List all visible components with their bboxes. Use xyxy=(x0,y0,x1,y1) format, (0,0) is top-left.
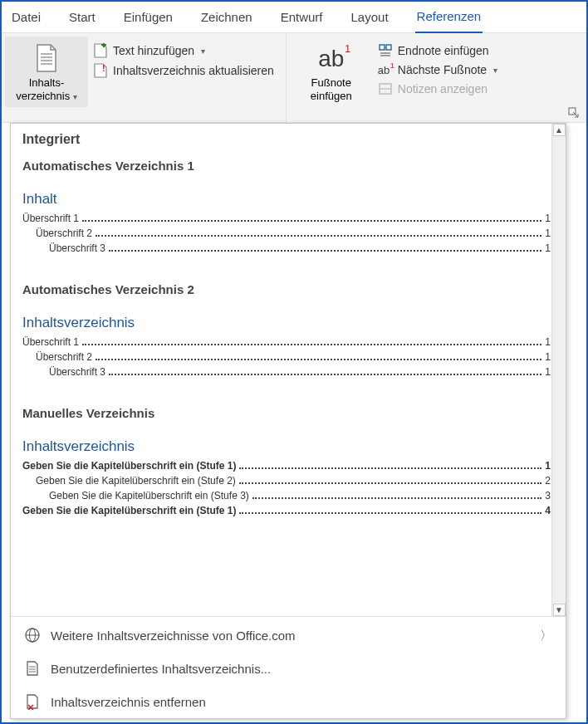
chevron-down-icon: ▾ xyxy=(493,66,497,75)
notizen-anzeigen-button[interactable]: Notizen anzeigen xyxy=(378,81,497,96)
notes-icon xyxy=(378,81,393,96)
document-icon xyxy=(24,660,41,677)
gallery-toc-heading: Inhaltsverzeichnis xyxy=(22,438,551,455)
remove-toc-button[interactable]: Inhaltsverzeichnis entfernen xyxy=(11,685,566,718)
svg-text:!: ! xyxy=(102,63,105,73)
naechste-fussnote-button[interactable]: ab1 Nächste Fußnote ▾ xyxy=(378,63,497,76)
inhaltsverzeichnis-button[interactable]: Inhalts- verzeichnis ▾ xyxy=(5,37,88,107)
inhaltsverzeichnis-label-2: verzeichnis xyxy=(16,90,70,102)
gallery-item-title: Automatisches Verzeichnis 2 xyxy=(22,282,551,296)
gallery-section-header: Integriert xyxy=(22,132,551,147)
tab-einfuegen[interactable]: Einfügen xyxy=(122,7,174,32)
fussnote-einfuegen-button[interactable]: ab1 Fußnote einfügen xyxy=(290,37,373,107)
tab-bar: Datei Start Einfügen Zeichnen Entwurf La… xyxy=(2,2,586,33)
toc-commands: Text hinzufügen ▾ ! Inhaltsverzeichnis a… xyxy=(88,37,279,78)
add-text-icon xyxy=(93,43,108,58)
scroll-down-button[interactable]: ▼ xyxy=(553,604,566,616)
gallery-scroll-area: Integriert Automatisches Verzeichnis 1 I… xyxy=(11,124,566,616)
tab-datei[interactable]: Datei xyxy=(10,7,42,32)
custom-toc-button[interactable]: Benutzerdefiniertes Inhaltsverzeichnis..… xyxy=(11,652,566,685)
document-remove-icon xyxy=(24,693,41,710)
footnote-commands: Endnote einfügen ab1 Nächste Fußnote ▾ N… xyxy=(373,37,502,96)
chevron-down-icon: ▾ xyxy=(73,92,77,101)
refresh-document-icon: ! xyxy=(93,63,108,78)
gallery-item-title: Manuelles Verzeichnis xyxy=(22,406,551,420)
tab-entwurf[interactable]: Entwurf xyxy=(279,7,325,32)
tab-referenzen[interactable]: Referenzen xyxy=(415,6,483,34)
next-footnote-icon: ab1 xyxy=(378,64,393,76)
ribbon: Inhalts- verzeichnis ▾ Text hinzufügen ▾ xyxy=(2,33,586,123)
ribbon-group-toc: Inhalts- verzeichnis ▾ Text hinzufügen ▾ xyxy=(2,33,287,122)
inhaltsverzeichnis-aktualisieren-button[interactable]: ! Inhaltsverzeichnis aktualisieren xyxy=(93,63,274,78)
svg-rect-8 xyxy=(386,45,391,50)
fussnote-label-1: Fußnote xyxy=(293,76,370,90)
more-from-office-button[interactable]: Weitere Inhaltsverzeichnisse von Office.… xyxy=(11,619,566,652)
endnote-icon xyxy=(378,43,393,58)
toc-gallery-dropdown: Integriert Automatisches Verzeichnis 1 I… xyxy=(10,123,566,719)
ribbon-group-footnotes: ab1 Fußnote einfügen Endnote einfügen ab… xyxy=(287,33,509,122)
dialog-launcher-icon[interactable] xyxy=(568,107,580,119)
scroll-up-button[interactable]: ▲ xyxy=(553,124,566,136)
gallery-item-auto-1[interactable]: Automatisches Verzeichnis 1 Inhalt Übers… xyxy=(22,159,551,254)
gallery-scrollbar[interactable]: ▲ ▼ xyxy=(551,124,566,616)
document-icon xyxy=(34,44,59,72)
gallery-toc-heading: Inhaltsverzeichnis xyxy=(22,315,551,331)
globe-icon xyxy=(24,627,41,643)
text-hinzufuegen-button[interactable]: Text hinzufügen ▾ xyxy=(93,43,274,58)
tab-start[interactable]: Start xyxy=(67,7,97,32)
tab-layout[interactable]: Layout xyxy=(350,7,390,32)
svg-rect-7 xyxy=(380,45,385,50)
gallery-footer: Weitere Inhaltsverzeichnisse von Office.… xyxy=(11,616,566,718)
gallery-item-auto-2[interactable]: Automatisches Verzeichnis 2 Inhaltsverze… xyxy=(22,282,551,378)
gallery-toc-heading: Inhalt xyxy=(22,191,551,208)
chevron-right-icon: 〉 xyxy=(540,628,552,643)
tab-zeichnen[interactable]: Zeichnen xyxy=(199,7,254,32)
inhaltsverzeichnis-label-1: Inhalts- xyxy=(8,76,85,90)
fussnote-label-2: einfügen xyxy=(293,90,370,103)
gallery-item-manual[interactable]: Manuelles Verzeichnis Inhaltsverzeichnis… xyxy=(22,406,551,516)
endnote-einfuegen-button[interactable]: Endnote einfügen xyxy=(378,43,497,58)
ab-footnote-icon: ab1 xyxy=(318,44,344,73)
chevron-down-icon: ▾ xyxy=(201,46,205,56)
gallery-item-title: Automatisches Verzeichnis 1 xyxy=(22,159,551,173)
